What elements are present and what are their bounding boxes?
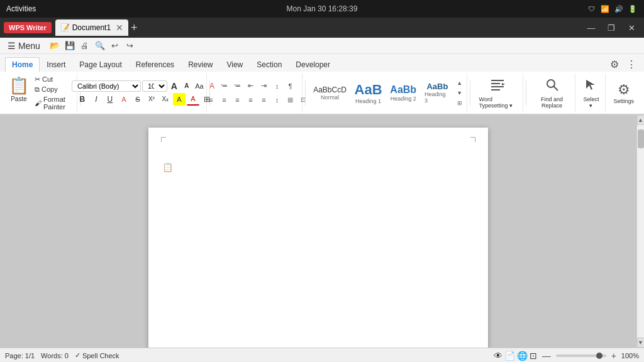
spell-check-icon: ✓ [75,351,80,359]
distributed-button[interactable]: ≡ [257,94,270,106]
italic-button[interactable]: I [90,93,103,106]
tab-references[interactable]: References [129,57,181,72]
svg-rect-0 [491,80,504,81]
zoom-thumb[interactable] [596,353,602,359]
select-label: Select ▾ [583,96,599,109]
bullets-button[interactable]: ≔ [218,80,230,92]
find-replace-button[interactable]: Find and Replace [531,75,573,111]
svg-line-6 [553,86,558,90]
tab-home[interactable]: Home [5,57,40,72]
cursor-indicator: 📋 [162,162,173,172]
cut-button[interactable]: ✂ Cut [33,75,74,84]
shield-icon: 🛡 [586,4,596,14]
word-typesetting-button[interactable]: Word Typesetting ▾ [475,75,520,111]
doc-scroll-area[interactable]: 📋 [0,115,636,348]
styles-scroll-controls: ▲ ▼ ⊞ [455,79,464,107]
scroll-up-button[interactable]: ▲ [637,115,645,125]
titlebar-left: Activities [6,4,36,13]
find-quick-button[interactable]: 🔍 [93,39,107,53]
clipboard-group: 📋 Paste ✂ Cut ⧉ Copy 🖌 Format Painter [4,74,77,112]
divider-3 [305,80,306,106]
decrease-indent-button[interactable]: ⇤ [244,80,257,92]
tab-section[interactable]: Section [250,57,289,72]
scroll-down-button[interactable]: ▼ [637,337,645,348]
align-left-button[interactable]: ≡ [204,94,217,106]
tab-review[interactable]: Review [181,57,219,72]
align-right-button[interactable]: ≡ [231,94,243,106]
format-painter-button[interactable]: 🖌 Format Painter [33,95,74,111]
increase-indent-button[interactable]: ⇥ [257,80,270,92]
subscript-button[interactable]: X₂ [159,93,172,106]
focus-mode-icon[interactable]: ⊡ [530,351,537,361]
select-group: Select ▾ [577,74,606,112]
font-grow-button[interactable]: A [169,80,180,92]
style-heading1[interactable]: AaB Heading 1 [352,80,386,106]
settings-group: ⚙ Settings [607,74,640,112]
paste-button[interactable]: 📋 Paste [6,75,31,111]
open-file-button[interactable]: 📂 [48,39,62,53]
line-spacing-button[interactable]: ↕ [270,94,283,106]
sort-button[interactable]: ↕ [270,80,283,92]
settings-button[interactable]: ⚙ Settings [609,80,638,106]
style-h2-preview: AaBb [390,84,416,96]
zoom-level-text[interactable]: 100% [621,352,639,359]
minimize-button[interactable]: — [582,21,600,35]
styles-expand[interactable]: ⊞ [455,99,464,107]
shading-button[interactable]: ▦ [284,94,296,106]
new-tab-button[interactable]: + [131,21,138,35]
tab-close-button[interactable]: ✕ [116,23,123,33]
web-layout-icon[interactable]: 🌐 [517,351,528,361]
styles-scroll-up[interactable]: ▲ [455,79,464,87]
tab-insert[interactable]: Insert [40,57,72,72]
underline-button[interactable]: U [104,93,116,106]
format-painter-label: Format Painter [43,96,72,111]
ribbon-options-button[interactable]: ⋮ [624,57,639,72]
close-button[interactable]: ✕ [623,21,640,35]
superscript-button[interactable]: X² [145,93,158,106]
page-margin-tr [470,137,475,142]
font-shrink-button[interactable]: A [181,80,192,92]
scroll-thumb[interactable] [638,129,644,148]
font-color-button[interactable]: A [187,93,199,106]
save-button[interactable]: 💾 [63,39,77,53]
highlight-button[interactable]: A [173,93,186,106]
bold-button[interactable]: B [76,93,89,106]
tab-page-layout[interactable]: Page Layout [72,57,128,72]
restore-button[interactable]: ❐ [602,21,620,35]
menu-button[interactable]: ☰ Menu [4,40,44,52]
styles-scroll-down[interactable]: ▼ [455,89,464,97]
page-canvas[interactable]: 📋 [148,128,488,348]
strikethrough-button[interactable]: S [131,93,144,106]
change-case-button[interactable]: Aa [194,80,205,92]
style-normal[interactable]: AaBbCcD Normal [310,84,349,102]
activities-label[interactable]: Activities [6,4,36,13]
undo-button[interactable]: ↩ [108,39,122,53]
style-heading3[interactable]: AaBb Heading 3 [421,80,453,106]
redo-button[interactable]: ↪ [123,39,137,53]
tab-view[interactable]: View [219,57,250,72]
zoom-slider[interactable] [556,354,606,357]
print-button[interactable]: 🖨 [78,39,92,53]
color-text-button[interactable]: A [118,93,130,106]
justify-button[interactable]: ≡ [244,94,257,106]
select-button[interactable]: Select ▾ [579,75,602,111]
align-center-button[interactable]: ≡ [218,94,230,106]
doc-tab[interactable]: 📝 Document1 ✕ [55,19,128,36]
style-heading2[interactable]: AaBb Heading 2 [387,82,419,104]
font-family-select[interactable]: Calibri (Body) Arial Times New Roman [72,80,141,92]
word-count: Words: 0 [41,352,69,359]
tab-developer[interactable]: Developer [289,57,337,72]
zoom-out-button[interactable]: — [542,351,551,361]
settings-gear-icon[interactable]: ⚙ [608,57,621,72]
spell-check[interactable]: ✓ Spell Check [75,351,119,359]
svg-rect-2 [491,86,504,87]
scroll-track[interactable] [637,125,644,337]
numbering-button[interactable]: ≔ [231,80,243,92]
show-formatting-button[interactable]: ¶ [284,80,296,92]
reading-mode-icon[interactable]: 👁 [494,351,502,361]
print-layout-icon[interactable]: 📄 [504,351,515,361]
font-size-select[interactable]: 10 89111214 [142,80,167,92]
copy-button[interactable]: ⧉ Copy [33,85,74,94]
zoom-in-button[interactable]: + [611,351,616,361]
ribbon-content: 📋 Paste ✂ Cut ⧉ Copy 🖌 Format Painter [0,72,644,114]
